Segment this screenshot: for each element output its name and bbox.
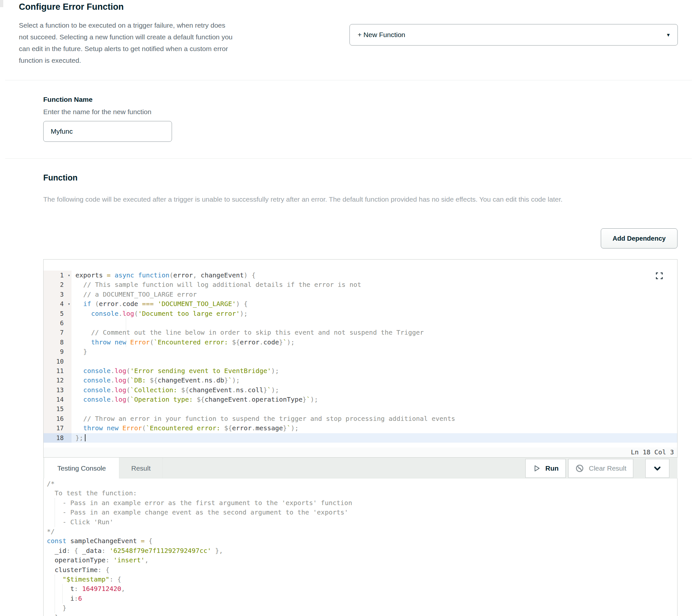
collapse-console-button[interactable] (645, 459, 669, 478)
code-editor[interactable]: 1▾exports = async function(error, change… (43, 259, 678, 458)
chevron-down-icon: ▾ (667, 31, 670, 39)
code-line: 8 throw new Error(`Encountered error: ${… (44, 338, 677, 347)
line-number[interactable]: 6 (44, 319, 72, 328)
code-line: 12 console.log(`DB: ${changeEvent.ns.db}… (44, 376, 677, 385)
code-line: /* (47, 479, 677, 488)
error-function-select[interactable]: + New Function ▾ (350, 24, 678, 45)
code-line: 9 } (44, 347, 677, 356)
indent-guide (62, 584, 63, 603)
line-number[interactable]: 10 (44, 357, 72, 366)
line-number[interactable]: 1▾ (44, 270, 72, 280)
line-number[interactable]: 14 (44, 395, 72, 404)
add-dependency-button[interactable]: Add Dependency (601, 228, 678, 249)
code-line: 1▾exports = async function(error, change… (44, 270, 677, 280)
line-number[interactable]: 13 (44, 385, 72, 395)
code-line: 16 // Throw an error in your function to… (44, 414, 677, 424)
line-number[interactable]: 15 (44, 404, 72, 414)
fullscreen-icon[interactable] (655, 272, 664, 281)
code-line: t: 1649712420, (47, 584, 677, 593)
line-number[interactable]: 17 (44, 424, 72, 433)
code-line: 4▾ if (error.code === 'DOCUMENT_TOO_LARG… (44, 299, 677, 309)
text-cursor (85, 434, 86, 441)
tab-testing-console[interactable]: Testing Console (44, 458, 119, 479)
error-function-select-value: + New Function (358, 31, 667, 39)
code-line: clusterTime: { (47, 565, 677, 575)
code-line: To test the function: (47, 488, 677, 498)
console-toolbar: Testing Console Result Run Clear Result (43, 458, 678, 479)
code-line: } (47, 603, 677, 613)
chevron-down-icon (652, 464, 662, 473)
function-name-input[interactable] (43, 121, 172, 142)
clear-icon (575, 464, 584, 473)
code-line: 17 throw new Error(`Encountered error: $… (44, 424, 677, 433)
code-line: - Click 'Run' (47, 517, 677, 527)
indent-guide (126, 309, 126, 347)
code-line: "$timestamp": { (47, 575, 677, 584)
line-number[interactable]: 8 (44, 338, 72, 347)
code-line: 10 (44, 357, 677, 366)
code-line: - Pass in an example change event as the… (47, 508, 677, 517)
code-line: - Pass in an example error as the first … (47, 498, 677, 508)
page-title: Configure Error Function (19, 2, 123, 12)
line-number[interactable]: 5 (44, 309, 72, 319)
play-icon (533, 464, 541, 472)
fold-caret-icon[interactable]: ▾ (68, 299, 70, 309)
line-number[interactable]: 11 (44, 366, 72, 376)
cursor-position-status: Ln 18 Col 3 (44, 448, 677, 457)
code-line: */ (47, 527, 677, 536)
function-section-heading: Function (43, 173, 78, 182)
run-button[interactable]: Run (525, 459, 566, 478)
code-line: 18}; (44, 433, 677, 443)
code-line: const sampleChangeEvent = { (47, 536, 677, 546)
code-line: 5 console.log('Document too large error'… (44, 309, 677, 319)
code-line: i:6 (47, 594, 677, 603)
function-name-label: Function Name (43, 96, 93, 103)
testing-console-panel[interactable]: /* To test the function: - Pass in an ex… (43, 479, 678, 616)
editor-content[interactable]: 1▾exports = async function(error, change… (44, 260, 677, 458)
line-number[interactable]: 2 (44, 280, 72, 290)
code-line: 11 console.log('Error sending event to E… (44, 366, 677, 376)
clear-result-button[interactable]: Clear Result (568, 459, 633, 478)
line-number[interactable]: 4▾ (44, 299, 72, 309)
section-divider (5, 158, 692, 159)
code-line: _id: { _data: '62548f79e7f11292792497cc'… (47, 546, 677, 556)
line-number[interactable]: 3 (44, 290, 72, 299)
code-line: 3 // a DOCUMENT_TOO_LARGE error (44, 290, 677, 299)
scrollbar-fragment (0, 0, 3, 7)
line-number[interactable]: 12 (44, 376, 72, 385)
code-line: 15 (44, 404, 677, 414)
code-line: 2 // This sample function will log addit… (44, 280, 677, 290)
line-number[interactable]: 9 (44, 347, 72, 356)
code-line: 7 // Comment out the line below in order… (44, 328, 677, 337)
indent-guide (55, 498, 55, 527)
function-section-description: The following code will be executed afte… (43, 193, 659, 205)
section-divider (5, 80, 692, 80)
code-line: 6 (44, 319, 677, 328)
code-line: } (47, 613, 677, 616)
function-name-help: Enter the name for the new function (43, 108, 151, 116)
code-line: operationType: 'insert', (47, 556, 677, 565)
code-line: 14 console.log(`Operation type: ${change… (44, 395, 677, 404)
indent-guide (55, 575, 55, 613)
line-number[interactable]: 7 (44, 328, 72, 337)
page-description: Select a function to be executed on a tr… (19, 19, 235, 67)
tab-result[interactable]: Result (119, 458, 163, 479)
console-content[interactable]: /* To test the function: - Pass in an ex… (47, 479, 677, 616)
line-number[interactable]: 18 (44, 433, 72, 443)
code-line: 13 console.log(`Collection: ${changeEven… (44, 385, 677, 395)
fold-caret-icon[interactable]: ▾ (68, 270, 70, 280)
line-number[interactable]: 16 (44, 414, 72, 424)
